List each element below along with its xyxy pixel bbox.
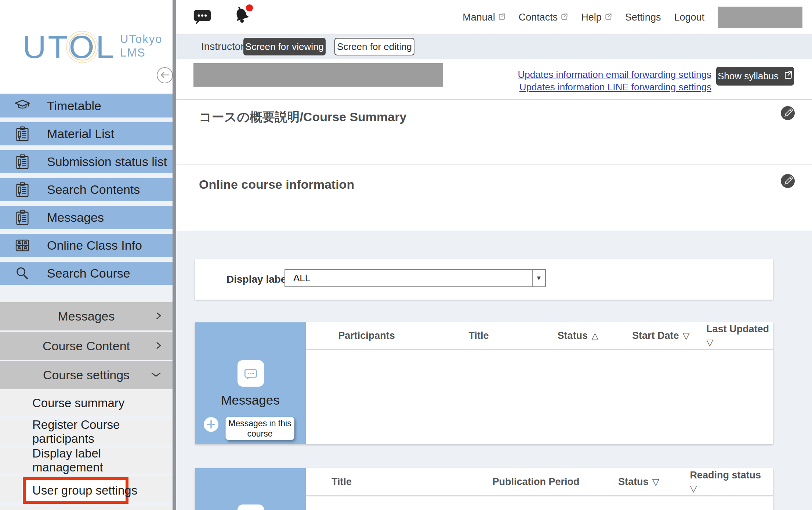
clipboard-icon <box>12 153 32 170</box>
redacted-username <box>718 7 802 28</box>
messages-card-sidebar: Messages Messages in this course <box>195 322 306 444</box>
chevron-right-icon <box>156 341 162 351</box>
add-message-button[interactable] <box>204 417 218 432</box>
sidebar-divider <box>173 0 176 510</box>
sidebar-group-messages[interactable]: Messages <box>0 302 173 330</box>
graduation-cap-icon <box>12 97 32 115</box>
column-header-reading-status[interactable]: Reading status ▽ <box>679 469 773 495</box>
sidebar-item-messages[interactable]: Messages <box>0 206 173 229</box>
sort-asc-icon[interactable]: △ <box>591 330 598 341</box>
utol-lms-app: UTOL UTokyo LMS Timetable Material List … <box>0 0 812 510</box>
course-summary-heading: コースの概要説明/Course Summary <box>199 109 406 126</box>
nav-logout-link[interactable]: Logout <box>674 12 704 23</box>
messages-card: Messages Messages in this course Partici… <box>195 322 773 444</box>
show-syllabus-button[interactable]: Show syllabus <box>716 67 794 86</box>
clipboard-icon <box>12 126 32 142</box>
online-course-info-heading: Online course information <box>199 177 354 192</box>
nav-contacts-link[interactable]: Contacts <box>519 12 568 23</box>
clipboard-icon <box>12 181 32 198</box>
sort-desc-icon[interactable]: ▽ <box>652 477 659 487</box>
column-header-title[interactable]: Title <box>427 330 530 341</box>
display-label-filter-panel: Display label ALL ▼ <box>195 259 773 300</box>
nav-manual-link[interactable]: Manual <box>463 12 505 23</box>
screen-for-viewing-button[interactable]: Screen for viewing <box>243 38 326 55</box>
sidebar-item-display-label-management[interactable]: Display label management <box>0 448 173 473</box>
column-header-publication-period[interactable]: Publication Period <box>474 476 598 488</box>
pencil-icon <box>782 174 794 188</box>
column-header-status[interactable]: Status △ <box>530 330 626 341</box>
sidebar-item-register-course-participants[interactable]: Register Course participants <box>0 419 173 445</box>
column-header-last-updated[interactable]: Last Updated ▽ <box>696 322 773 349</box>
sidebar-item-search-contents[interactable]: Search Contents <box>0 178 173 201</box>
line-forwarding-settings-link[interactable]: Updates information LINE forwarding sett… <box>518 81 711 93</box>
sidebar-group-course-settings[interactable]: Course settings <box>0 361 173 389</box>
materials-table-header: Title Publication Period Status ▽ Readin… <box>306 468 773 496</box>
edit-course-summary-button[interactable] <box>781 106 795 120</box>
sidebar-row-partial <box>0 506 173 510</box>
sidebar-item-course-summary[interactable]: Course summary <box>0 390 173 416</box>
section-divider <box>176 99 812 100</box>
updates-links: Updates information email forwarding set… <box>518 68 711 93</box>
chevron-right-icon <box>156 311 162 321</box>
materials-table: Title Publication Period Status ▽ Readin… <box>306 468 773 510</box>
display-label-select[interactable]: ALL ▼ <box>284 269 546 287</box>
logo-subtitle: UTokyo LMS <box>120 32 162 59</box>
logo-brand-text: UTOL <box>23 25 115 69</box>
sidebar-group-course-content[interactable]: Course Content <box>0 332 173 360</box>
role-label: Instructor <box>201 35 244 59</box>
logo-area: UTOL UTokyo LMS <box>0 0 173 93</box>
messages-in-this-course-button[interactable]: Messages in this course <box>225 417 294 440</box>
external-link-icon <box>497 12 505 23</box>
sort-desc-icon[interactable]: ▽ <box>683 330 690 341</box>
sort-desc-icon[interactable]: ▽ <box>706 336 713 349</box>
column-header-participants[interactable]: Participants <box>306 330 427 341</box>
column-header-title[interactable]: Title <box>306 476 474 488</box>
column-header-start-date[interactable]: Start Date ▽ <box>626 330 696 341</box>
top-navigation: Manual Contacts Help Settings Logout <box>463 0 802 35</box>
sidebar-item-user-group-settings[interactable]: User group settings <box>23 477 128 504</box>
dropdown-arrow-icon[interactable]: ▼ <box>532 270 545 286</box>
clipboard-icon <box>12 209 32 226</box>
messages-card-title: Messages <box>195 393 306 408</box>
nav-settings-link[interactable]: Settings <box>625 12 661 23</box>
arrow-left-icon <box>159 69 171 82</box>
chevron-down-icon <box>151 372 162 379</box>
sidebar-item-online-class-info[interactable]: Online Class Info <box>0 234 173 257</box>
video-grid-icon <box>12 237 32 254</box>
nav-help-link[interactable]: Help <box>581 12 612 23</box>
chat-icon[interactable] <box>193 7 212 28</box>
redacted-course-title <box>193 63 443 87</box>
notification-badge <box>246 4 253 11</box>
utol-logo: UTOL <box>23 25 115 69</box>
screen-for-editing-button[interactable]: Screen for editing <box>334 38 414 55</box>
messages-table-header: Participants Title Status △ Start Date ▽ <box>306 322 773 350</box>
email-forwarding-settings-link[interactable]: Updates information email forwarding set… <box>518 68 711 81</box>
display-label-selected-value: ALL <box>285 270 532 286</box>
display-label-label: Display label <box>226 259 289 300</box>
sidebar-item-search-course[interactable]: Search Course <box>0 262 173 285</box>
materials-card-sidebar <box>195 468 306 510</box>
chat-bubble-icon <box>238 360 264 387</box>
sidebar-item-material-list[interactable]: Material List <box>0 122 173 145</box>
external-link-icon <box>783 70 793 82</box>
sidebar-item-timetable[interactable]: Timetable <box>0 94 173 117</box>
section-divider <box>176 164 812 165</box>
materials-card: Title Publication Period Status ▽ Readin… <box>195 468 773 510</box>
sidebar-item-submission-status-list[interactable]: Submission status list <box>0 150 173 173</box>
materials-card-icon <box>238 504 264 510</box>
external-link-icon <box>560 12 568 23</box>
sidebar-collapse-button[interactable] <box>157 67 173 83</box>
main-content: Manual Contacts Help Settings Logout <box>176 0 812 510</box>
role-toolbar: Instructor Screen for viewing Screen for… <box>176 35 812 59</box>
sort-desc-icon[interactable]: ▽ <box>690 482 697 495</box>
sidebar: UTOL UTokyo LMS Timetable Material List … <box>0 0 173 510</box>
top-bar: Manual Contacts Help Settings Logout <box>176 0 812 35</box>
messages-table: Participants Title Status △ Start Date ▽ <box>306 322 773 444</box>
magnifier-icon <box>12 265 32 282</box>
pencil-icon <box>782 106 794 120</box>
external-link-icon <box>604 12 612 23</box>
edit-online-course-info-button[interactable] <box>781 174 795 188</box>
column-header-status[interactable]: Status ▽ <box>598 476 680 488</box>
